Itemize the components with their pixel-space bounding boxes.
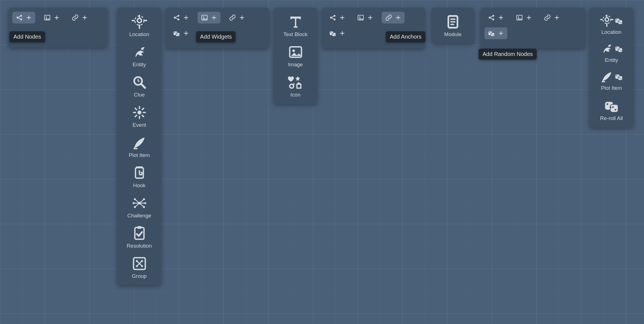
add-nodes-button[interactable] (12, 12, 35, 24)
random-node-menu: Location Entity Plot Item Re-roll All (590, 8, 633, 128)
dice-icon (615, 72, 623, 81)
image-icon (288, 44, 303, 60)
toolbar-row (12, 12, 104, 24)
add-random-nodes-button[interactable] (484, 27, 507, 39)
add-anchors-button[interactable] (540, 12, 563, 24)
node-event-label: Event (132, 122, 146, 128)
widget-text-block-label: Text Block (283, 31, 308, 37)
node-entity[interactable]: Entity (125, 44, 153, 68)
node-type-menu: Location Entity Clue Event Plot Item Hoo… (117, 8, 161, 285)
add-anchors-button[interactable] (68, 12, 91, 24)
random-entity[interactable]: Entity (598, 42, 626, 63)
node-challenge-label: Challenge (127, 213, 151, 219)
random-reroll-all[interactable]: Re-roll All (598, 98, 626, 121)
toolbar-row (170, 12, 265, 24)
node-clue-label: Clue (134, 92, 145, 98)
plus-icon (54, 15, 60, 21)
dice-icon (329, 30, 336, 37)
add-nodes-button[interactable] (170, 12, 193, 24)
node-challenge[interactable]: Challenge (125, 195, 153, 219)
node-hook[interactable]: Hook (125, 165, 153, 189)
add-nodes-button[interactable] (326, 12, 349, 24)
add-widgets-button[interactable] (40, 12, 63, 24)
node-resolution[interactable]: Resolution (125, 226, 153, 249)
icon-pair (600, 14, 623, 27)
plus-icon (82, 15, 88, 21)
share-icon (329, 14, 336, 21)
node-plot-item-label: Plot Item (129, 152, 150, 158)
tooltip-add-random-nodes: Add Random Nodes (479, 49, 537, 60)
toolbar-panel-3 (322, 8, 425, 48)
node-group[interactable]: Group (125, 256, 153, 279)
plus-icon (26, 15, 32, 21)
anchor-module[interactable]: Module (439, 14, 467, 37)
add-random-nodes-button[interactable] (326, 27, 349, 39)
add-anchors-button[interactable] (382, 12, 405, 24)
node-location-label: Location (129, 31, 149, 37)
tooltip-add-widgets: Add Widgets (196, 31, 236, 42)
node-entity-label: Entity (133, 62, 146, 68)
image-icon (516, 14, 523, 21)
quill-icon (600, 70, 614, 83)
node-resolution-label: Resolution (127, 243, 152, 249)
add-widgets-button[interactable] (354, 12, 377, 24)
image-icon (44, 14, 51, 21)
node-plot-item[interactable]: Plot Item (125, 135, 153, 158)
icon-pair (600, 42, 623, 55)
add-anchors-button[interactable] (225, 12, 248, 24)
anchor-module-label: Module (444, 31, 462, 37)
plus-icon (339, 15, 345, 21)
widget-menu: Text Block Image Icon (274, 8, 317, 104)
node-event[interactable]: Event (125, 105, 153, 128)
node-hook-label: Hook (133, 182, 145, 189)
magnifier-icon (132, 74, 147, 90)
group-icon (132, 256, 147, 271)
toolbar-row-2 (484, 27, 581, 39)
icons-icon (288, 74, 303, 90)
dragon-icon (132, 44, 147, 60)
image-icon (357, 14, 364, 21)
toolbar-row (484, 12, 581, 24)
random-entity-label: Entity (605, 57, 618, 63)
widget-icon[interactable]: Icon (282, 74, 310, 98)
widget-image[interactable]: Image (282, 44, 310, 68)
widget-text-block[interactable]: Text Block (282, 14, 310, 37)
plus-icon (554, 15, 560, 21)
dice-icon (615, 44, 623, 53)
share-icon (16, 14, 23, 21)
link-icon (72, 14, 79, 21)
add-widgets-button[interactable] (198, 12, 220, 24)
text-icon (288, 14, 303, 30)
plus-icon (339, 30, 345, 36)
random-plot-item[interactable]: Plot Item (598, 70, 626, 91)
plus-icon (239, 15, 245, 21)
icon-pair (600, 70, 623, 83)
add-widgets-button[interactable] (512, 12, 535, 24)
toolbar-panel-2 (166, 8, 269, 48)
share-icon (173, 14, 180, 21)
node-location[interactable]: Location (125, 14, 153, 37)
node-group-label: Group (132, 273, 147, 279)
dice-icon (615, 17, 623, 25)
link-icon (544, 14, 551, 21)
plus-icon (498, 15, 504, 21)
dice-icon (173, 30, 180, 37)
burst-icon (132, 105, 147, 120)
add-nodes-button[interactable] (484, 12, 507, 24)
quill-icon (132, 135, 147, 151)
tooltip-add-nodes: Add Nodes (9, 31, 45, 42)
add-random-nodes-button[interactable] (170, 27, 193, 39)
dragon-icon (600, 42, 614, 55)
link-icon (385, 14, 392, 21)
random-location[interactable]: Location (598, 14, 626, 35)
toolbar-panel-4 (481, 8, 585, 48)
share-icon (488, 14, 495, 21)
plus-icon (367, 15, 373, 21)
toolbar-row (326, 12, 421, 24)
widget-image-label: Image (288, 62, 303, 68)
anchor-menu: Module (432, 8, 474, 44)
node-clue[interactable]: Clue (125, 74, 153, 98)
clipboard-check-icon (132, 226, 147, 241)
dice-icon (604, 98, 619, 114)
location-icon (132, 14, 147, 30)
